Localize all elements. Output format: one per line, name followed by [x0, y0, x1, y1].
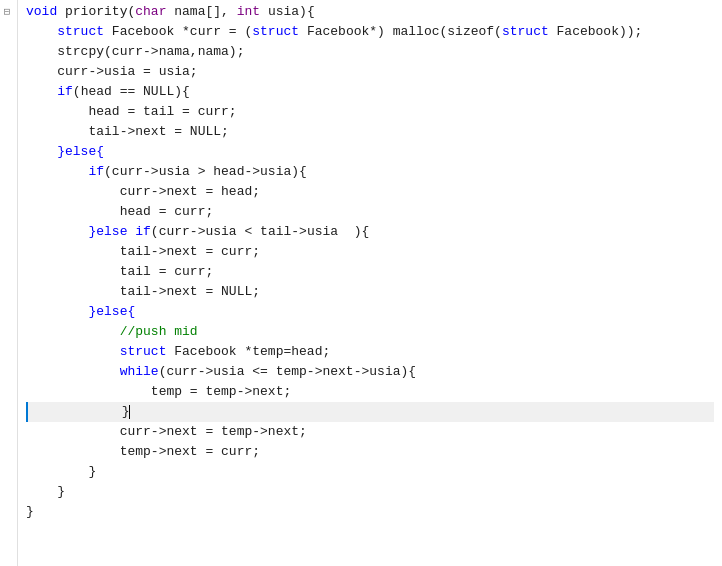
text-cursor	[129, 405, 130, 419]
line-16: }else{	[26, 302, 714, 322]
token: struct	[120, 344, 167, 359]
line-content-18: struct Facebook *temp=head;	[26, 342, 714, 362]
token: }	[57, 484, 65, 499]
token: tail->next = curr;	[120, 244, 260, 259]
line-content-3: strcpy(curr->nama,nama);	[26, 42, 714, 62]
token: priority(	[57, 4, 135, 19]
line-10: curr->next = head;	[26, 182, 714, 202]
token: }	[122, 404, 130, 419]
line-content-8: }else{	[26, 142, 714, 162]
token: struct	[252, 24, 299, 39]
line-12: }else if(curr->usia < tail->usia ){	[26, 222, 714, 242]
line-content-2: struct Facebook *curr = (struct Facebook…	[26, 22, 714, 42]
token: void	[26, 4, 57, 19]
token: struct	[502, 24, 549, 39]
line-content-5: if(head == NULL){	[26, 82, 714, 102]
code-editor[interactable]: ⊟ void priority(char nama[], int usia){ …	[0, 0, 722, 566]
token: if	[88, 164, 104, 179]
token: Facebook));	[549, 24, 643, 39]
line-2: struct Facebook *curr = (struct Facebook…	[26, 22, 714, 42]
line-1: void priority(char nama[], int usia){	[26, 2, 714, 22]
line-19: while(curr->usia <= temp->next->usia){	[26, 362, 714, 382]
token: while	[120, 364, 159, 379]
token: curr->next = temp->next;	[120, 424, 307, 439]
token: char	[135, 4, 166, 19]
token: temp = temp->next;	[151, 384, 291, 399]
token: head = tail = curr;	[88, 104, 236, 119]
code-area[interactable]: void priority(char nama[], int usia){ st…	[18, 0, 722, 566]
token: //push mid	[120, 324, 198, 339]
line-4: curr->usia = usia;	[26, 62, 714, 82]
token: (curr->usia <= temp->next->usia){	[159, 364, 416, 379]
line-content-21: }	[28, 402, 714, 422]
token: int	[237, 4, 260, 19]
token: nama[],	[166, 4, 236, 19]
line-content-10: curr->next = head;	[26, 182, 714, 202]
line-25: }	[26, 482, 714, 502]
line-content-20: temp = temp->next;	[26, 382, 714, 402]
token: temp->next = curr;	[120, 444, 260, 459]
line-11: head = curr;	[26, 202, 714, 222]
token: strcpy(curr->nama,nama);	[57, 44, 244, 59]
token: tail->next = NULL;	[120, 284, 260, 299]
line-content-4: curr->usia = usia;	[26, 62, 714, 82]
line-18: struct Facebook *temp=head;	[26, 342, 714, 362]
line-20: temp = temp->next;	[26, 382, 714, 402]
token: if	[57, 84, 73, 99]
line-14: tail = curr;	[26, 262, 714, 282]
line-content-9: if(curr->usia > head->usia){	[26, 162, 714, 182]
line-content-6: head = tail = curr;	[26, 102, 714, 122]
token: (curr->usia > head->usia){	[104, 164, 307, 179]
line-content-17: //push mid	[26, 322, 714, 342]
line-5: if(head == NULL){	[26, 82, 714, 102]
line-22: curr->next = temp->next;	[26, 422, 714, 442]
token: head = curr;	[120, 204, 214, 219]
token: curr->usia = usia;	[57, 64, 197, 79]
line-content-25: }	[26, 482, 714, 502]
token: }	[26, 504, 34, 519]
line-26: }	[26, 502, 714, 522]
line-content-7: tail->next = NULL;	[26, 122, 714, 142]
token: tail = curr;	[120, 264, 214, 279]
line-content-12: }else if(curr->usia < tail->usia ){	[26, 222, 714, 242]
line-content-24: }	[26, 462, 714, 482]
line-content-1: void priority(char nama[], int usia){	[26, 2, 714, 22]
line-content-15: tail->next = NULL;	[26, 282, 714, 302]
token: Facebook *curr = (	[104, 24, 252, 39]
token: curr->next = head;	[120, 184, 260, 199]
line-content-19: while(curr->usia <= temp->next->usia){	[26, 362, 714, 382]
token: if	[135, 224, 151, 239]
token: tail->next = NULL;	[88, 124, 228, 139]
line-21: }	[26, 402, 714, 422]
line-content-13: tail->next = curr;	[26, 242, 714, 262]
line-8: }else{	[26, 142, 714, 162]
line-content-11: head = curr;	[26, 202, 714, 222]
line-17: //push mid	[26, 322, 714, 342]
line-15: tail->next = NULL;	[26, 282, 714, 302]
token: (curr->usia < tail->usia ){	[151, 224, 369, 239]
line-content-22: curr->next = temp->next;	[26, 422, 714, 442]
token: usia){	[260, 4, 315, 19]
line-3: strcpy(curr->nama,nama);	[26, 42, 714, 62]
line-content-23: temp->next = curr;	[26, 442, 714, 462]
line-9: if(curr->usia > head->usia){	[26, 162, 714, 182]
token: (head == NULL){	[73, 84, 190, 99]
token: }else	[88, 224, 127, 239]
token: Facebook*) malloc(sizeof(	[299, 24, 502, 39]
token: }	[88, 464, 96, 479]
line-content-26: }	[26, 502, 714, 522]
line-7: tail->next = NULL;	[26, 122, 714, 142]
token: struct	[57, 24, 104, 39]
line-13: tail->next = curr;	[26, 242, 714, 262]
token: }else{	[57, 144, 104, 159]
gutter: ⊟	[0, 0, 18, 566]
line-content-16: }else{	[26, 302, 714, 322]
line-content-14: tail = curr;	[26, 262, 714, 282]
token: Facebook *temp=head;	[166, 344, 330, 359]
line-24: }	[26, 462, 714, 482]
line-6: head = tail = curr;	[26, 102, 714, 122]
line-23: temp->next = curr;	[26, 442, 714, 462]
collapse-indicator[interactable]: ⊟	[0, 2, 14, 22]
token: }else{	[88, 304, 135, 319]
